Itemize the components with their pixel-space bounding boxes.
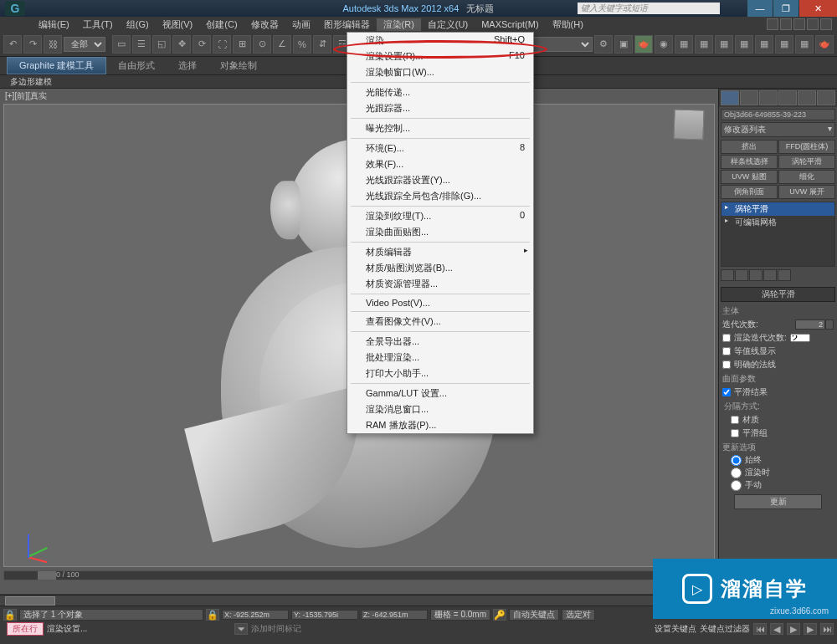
teapot-icon[interactable]: 🫖 bbox=[815, 35, 834, 54]
material-editor-button[interactable]: ◉ bbox=[655, 35, 673, 54]
tool-btn[interactable]: ▦ bbox=[695, 35, 713, 54]
graphite-subtab[interactable]: 自由形式 bbox=[106, 59, 167, 72]
modifier-preset-button[interactable]: FFD(圆柱体) bbox=[778, 140, 835, 154]
menu-item[interactable]: 环境(E)...8 bbox=[347, 141, 533, 156]
qat-btn[interactable] bbox=[780, 18, 792, 30]
render-setup-button[interactable]: ⚙ bbox=[594, 35, 613, 54]
qat-btn[interactable] bbox=[793, 18, 805, 30]
time-tag-field[interactable]: 添加时间标记 bbox=[251, 623, 385, 635]
tool-btn[interactable]: ▦ bbox=[715, 35, 733, 54]
goto-start-icon[interactable]: ⏮ bbox=[753, 623, 767, 635]
menu-工具[interactable]: 工具(T) bbox=[76, 18, 120, 31]
update-button[interactable]: 更新 bbox=[734, 494, 822, 509]
sep-material-checkbox[interactable] bbox=[731, 416, 739, 424]
object-name-field[interactable]: Obj3d66-649855-39-223 bbox=[721, 109, 835, 120]
menu-item[interactable]: 批处理渲染... bbox=[347, 350, 533, 365]
minimize-button[interactable]: — bbox=[747, 0, 773, 17]
menu-item[interactable]: 渲染帧窗口(W)... bbox=[347, 64, 533, 80]
maximize-button[interactable]: ❐ bbox=[773, 0, 798, 17]
qat-btn[interactable] bbox=[820, 18, 832, 30]
render-iters-checkbox[interactable] bbox=[722, 334, 731, 342]
menu-帮助[interactable]: 帮助(H) bbox=[546, 18, 590, 31]
modifier-preset-button[interactable]: UVW 贴图 bbox=[721, 170, 778, 184]
macro-recorder-button[interactable]: 所在行 bbox=[7, 622, 44, 636]
graphite-subtab[interactable]: 选择 bbox=[167, 59, 208, 72]
modifier-preset-button[interactable]: UVW 展开 bbox=[778, 185, 835, 199]
modify-tab[interactable] bbox=[740, 90, 758, 105]
menu-item[interactable]: 光能传递... bbox=[347, 84, 533, 100]
menu-item[interactable]: 渲染设置(R)...F10 bbox=[347, 49, 533, 64]
tool-btn[interactable]: ▦ bbox=[795, 35, 814, 54]
menu-动画[interactable]: 动画 bbox=[285, 18, 317, 31]
configure-sets-button[interactable] bbox=[778, 269, 791, 281]
render-frame-button[interactable]: ▣ bbox=[614, 35, 633, 54]
menu-视图[interactable]: 视图(V) bbox=[156, 18, 200, 31]
menu-item[interactable]: 材质/贴图浏览器(B)... bbox=[347, 260, 533, 276]
spinner-snap-button[interactable]: ⇵ bbox=[313, 35, 331, 54]
undo-button[interactable]: ↶ bbox=[3, 35, 22, 54]
modifier-stack-item[interactable]: 可编辑网格 bbox=[721, 216, 834, 229]
update-render-radio[interactable] bbox=[731, 468, 742, 478]
autokey-button[interactable]: 自动关键点 bbox=[509, 609, 559, 621]
tool-btn[interactable]: ▦ bbox=[675, 35, 693, 54]
menu-组[interactable]: 组(G) bbox=[120, 18, 156, 31]
modifier-preset-button[interactable]: 挤出 bbox=[721, 140, 778, 154]
setkey-button[interactable]: 设置关键点 bbox=[655, 623, 696, 635]
menu-自定义[interactable]: 自定义(U) bbox=[421, 18, 475, 31]
sep-smoothgroup-checkbox[interactable] bbox=[731, 429, 739, 437]
update-manual-radio[interactable] bbox=[731, 480, 742, 491]
create-tab[interactable] bbox=[721, 90, 739, 105]
view-cube[interactable] bbox=[673, 109, 704, 140]
help-search-input[interactable]: 键入关键字或短语 bbox=[578, 3, 720, 14]
explicit-normals-checkbox[interactable] bbox=[722, 360, 731, 369]
tool-btn[interactable]: ▦ bbox=[775, 35, 793, 54]
tool-btn[interactable]: ▦ bbox=[755, 35, 773, 54]
spinner-icon[interactable] bbox=[825, 319, 834, 330]
close-button[interactable]: ✕ bbox=[799, 0, 837, 17]
utilities-tab[interactable] bbox=[817, 90, 835, 105]
menu-编辑[interactable]: 编辑(E) bbox=[32, 18, 76, 31]
menu-item[interactable]: 打印大小助手... bbox=[347, 365, 533, 381]
time-slider-thumb[interactable] bbox=[5, 596, 55, 606]
lock-selection-icon[interactable]: 🔒 bbox=[206, 609, 219, 621]
selection-filter[interactable]: 全部 bbox=[64, 37, 105, 52]
menu-item[interactable]: Gamma/LUT 设置... bbox=[347, 386, 533, 401]
next-frame-icon[interactable]: ▶ bbox=[804, 623, 817, 635]
modifier-preset-button[interactable]: 涡轮平滑 bbox=[778, 155, 835, 169]
graphite-tab[interactable]: Graphite 建模工具 bbox=[7, 57, 106, 74]
play-icon[interactable]: ▶ bbox=[787, 623, 800, 635]
snap-button[interactable]: ⊙ bbox=[253, 35, 271, 54]
select-name-button[interactable]: ☰ bbox=[132, 35, 151, 54]
qat-btn[interactable] bbox=[767, 18, 778, 30]
menu-item[interactable]: 效果(F)... bbox=[347, 156, 533, 172]
menu-item[interactable]: 查看图像文件(V)... bbox=[347, 314, 533, 330]
menu-渲染[interactable]: 渲染(R) bbox=[377, 18, 421, 31]
menu-item[interactable]: Video Post(V)... bbox=[347, 296, 533, 309]
display-tab[interactable] bbox=[798, 90, 816, 105]
modifier-preset-button[interactable]: 样条线选择 bbox=[721, 155, 778, 169]
selection-set[interactable]: 选定对 bbox=[562, 609, 595, 621]
smooth-result-checkbox[interactable] bbox=[722, 388, 731, 396]
viewport-label[interactable]: [+][前][真实 bbox=[5, 90, 47, 102]
coord-z[interactable]: Z: -642.951m bbox=[361, 610, 428, 620]
coord-x[interactable]: X: -925.252m bbox=[222, 610, 289, 620]
qat-btn[interactable] bbox=[807, 18, 819, 30]
pin-stack-button[interactable] bbox=[721, 269, 734, 281]
isoline-checkbox[interactable] bbox=[722, 347, 731, 355]
move-button[interactable]: ✥ bbox=[172, 35, 191, 54]
menu-item[interactable]: 全景导出器... bbox=[347, 334, 533, 350]
menu-item[interactable]: 光线跟踪全局包含/排除(G)... bbox=[347, 188, 533, 204]
menu-item[interactable]: 渲染到纹理(T)...0 bbox=[347, 208, 533, 224]
menu-item[interactable]: 材质资源管理器... bbox=[347, 276, 533, 292]
rotate-button[interactable]: ⟳ bbox=[193, 35, 211, 54]
time-slider[interactable]: 0 / 100 bbox=[3, 570, 715, 580]
menu-item[interactable]: 曝光控制... bbox=[347, 120, 533, 136]
hierarchy-tab[interactable] bbox=[759, 90, 778, 105]
rollout-title[interactable]: 涡轮平滑 bbox=[721, 287, 835, 302]
prev-frame-icon[interactable]: ◀ bbox=[770, 623, 783, 635]
iterations-field[interactable] bbox=[795, 319, 825, 330]
graphite-subtab[interactable]: 对象绘制 bbox=[208, 59, 269, 72]
render-iters-field[interactable] bbox=[790, 334, 810, 342]
modifier-list-dropdown[interactable]: 修改器列表▾ bbox=[721, 122, 835, 137]
coord-y[interactable]: Y: -1535.795i bbox=[291, 610, 358, 620]
